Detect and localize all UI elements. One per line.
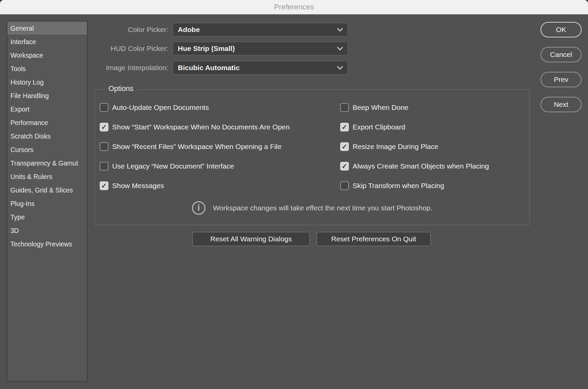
picker-selected-value: Hue Strip (Small) bbox=[178, 44, 337, 53]
checkbox[interactable] bbox=[100, 162, 108, 171]
info-icon-glyph: i bbox=[197, 203, 200, 212]
option-label: Export Clipboard bbox=[353, 123, 405, 131]
reset-all-warning-dialogs-button[interactable]: Reset All Warning Dialogs bbox=[192, 232, 310, 246]
sidebar-item-interface[interactable]: Interface bbox=[7, 35, 87, 49]
prev-button[interactable]: Prev bbox=[541, 72, 582, 87]
checkbox[interactable] bbox=[340, 103, 349, 112]
workspace-note-row: i Workspace changes will take effect the… bbox=[95, 201, 530, 215]
option-label: Use Legacy “New Document” Interface bbox=[112, 162, 234, 170]
image-interpolation-select[interactable]: Bicubic Automatic bbox=[173, 61, 348, 74]
hud-color-picker-select[interactable]: Hue Strip (Small) bbox=[173, 42, 348, 55]
checkbox[interactable]: ✓ bbox=[340, 162, 349, 171]
checkbox[interactable] bbox=[100, 103, 108, 112]
checkbox[interactable] bbox=[340, 181, 349, 190]
option-label: Always Create Smart Objects when Placing bbox=[353, 162, 489, 170]
checkbox[interactable]: ✓ bbox=[340, 123, 349, 131]
option-label: Skip Transform when Placing bbox=[353, 182, 444, 190]
reset-preferences-on-quit-button[interactable]: Reset Preferences On Quit bbox=[317, 232, 431, 246]
checkbox[interactable]: ✓ bbox=[340, 142, 349, 151]
options-legend: Options bbox=[105, 85, 136, 93]
checkmark-icon: ✓ bbox=[101, 124, 107, 130]
info-icon: i bbox=[192, 201, 205, 215]
sidebar-item-type[interactable]: Type bbox=[7, 210, 87, 224]
option-show-start-workspace-when-no-documents-are-open[interactable]: ✓ Show “Start” Workspace When No Documen… bbox=[100, 123, 290, 131]
sidebar-item-plug-ins[interactable]: Plug-Ins bbox=[7, 197, 87, 210]
workspace-note-text: Workspace changes will take effect the n… bbox=[213, 204, 432, 212]
checkmark-icon: ✓ bbox=[101, 182, 107, 189]
option-export-clipboard[interactable]: ✓ Export Clipboard bbox=[340, 123, 405, 131]
sidebar-item-performance[interactable]: Performance bbox=[7, 116, 87, 129]
next-button[interactable]: Next bbox=[541, 97, 582, 112]
picker-selected-value: Bicubic Automatic bbox=[178, 64, 337, 72]
sidebar-item-tools[interactable]: Tools bbox=[7, 62, 87, 76]
chevron-down-icon bbox=[337, 66, 343, 70]
checkmark-icon: ✓ bbox=[342, 124, 348, 130]
option-always-create-smart-objects-when-placing[interactable]: ✓ Always Create Smart Objects when Placi… bbox=[340, 162, 489, 171]
preferences-dialog: Preferences GeneralInterfaceWorkspaceToo… bbox=[0, 0, 588, 389]
option-resize-image-during-place[interactable]: ✓ Resize Image During Place bbox=[340, 142, 438, 151]
window-title: Preferences bbox=[274, 3, 314, 11]
sidebar-item-cursors[interactable]: Cursors bbox=[7, 143, 87, 156]
option-label: Auto-Update Open Documents bbox=[112, 103, 209, 112]
checkbox[interactable]: ✓ bbox=[100, 123, 108, 131]
checkmark-icon: ✓ bbox=[342, 163, 348, 170]
option-label: Show Messages bbox=[112, 182, 164, 190]
checkbox[interactable]: ✓ bbox=[100, 181, 108, 190]
cancel-button[interactable]: Cancel bbox=[541, 47, 582, 62]
sidebar-item-units-rulers[interactable]: Units & Rulers bbox=[7, 170, 87, 183]
sidebar-item-general[interactable]: General bbox=[7, 22, 87, 35]
sidebar-item-history-log[interactable]: History Log bbox=[7, 76, 87, 89]
chevron-down-icon bbox=[337, 28, 343, 32]
sidebar-item-guides-grid-slices[interactable]: Guides, Grid & Slices bbox=[7, 183, 87, 197]
option-skip-transform-when-placing[interactable]: Skip Transform when Placing bbox=[340, 181, 444, 190]
chevron-down-icon bbox=[337, 47, 343, 51]
option-label: Show “Start” Workspace When No Documents… bbox=[112, 123, 290, 131]
sidebar-item-transparency-gamut[interactable]: Transparency & Gamut bbox=[7, 156, 87, 170]
option-beep-when-done[interactable]: Beep When Done bbox=[340, 103, 409, 112]
option-label: Resize Image During Place bbox=[353, 143, 438, 151]
sidebar-item-export[interactable]: Export bbox=[7, 102, 87, 116]
picker-selected-value: Adobe bbox=[178, 26, 337, 34]
picker-label: Color Picker: bbox=[77, 23, 168, 36]
color-picker-select[interactable]: Adobe bbox=[173, 23, 348, 36]
option-auto-update-open-documents[interactable]: Auto-Update Open Documents bbox=[100, 103, 209, 112]
option-show-messages[interactable]: ✓ Show Messages bbox=[100, 181, 164, 190]
sidebar-item-3d[interactable]: 3D bbox=[7, 224, 87, 237]
titlebar[interactable]: Preferences bbox=[0, 0, 588, 14]
sidebar-item-workspace[interactable]: Workspace bbox=[7, 49, 87, 62]
checkmark-icon: ✓ bbox=[342, 143, 348, 150]
picker-label: HUD Color Picker: bbox=[77, 42, 168, 55]
sidebar-item-file-handling[interactable]: File Handling bbox=[7, 89, 87, 102]
option-label: Show “Recent Files” Workspace When Openi… bbox=[112, 143, 282, 151]
checkbox[interactable] bbox=[100, 142, 108, 151]
preferences-sidebar: GeneralInterfaceWorkspaceToolsHistory Lo… bbox=[7, 21, 88, 382]
option-label: Beep When Done bbox=[353, 103, 409, 112]
picker-label: Image Interpolation: bbox=[77, 61, 168, 74]
option-use-legacy-new-document-interface[interactable]: Use Legacy “New Document” Interface bbox=[100, 162, 234, 171]
sidebar-item-technology-previews[interactable]: Technology Previews bbox=[7, 237, 87, 251]
ok-button[interactable]: OK bbox=[541, 22, 582, 37]
option-show-recent-files-workspace-when-opening-a-file[interactable]: Show “Recent Files” Workspace When Openi… bbox=[100, 142, 282, 151]
sidebar-item-scratch-disks[interactable]: Scratch Disks bbox=[7, 129, 87, 143]
